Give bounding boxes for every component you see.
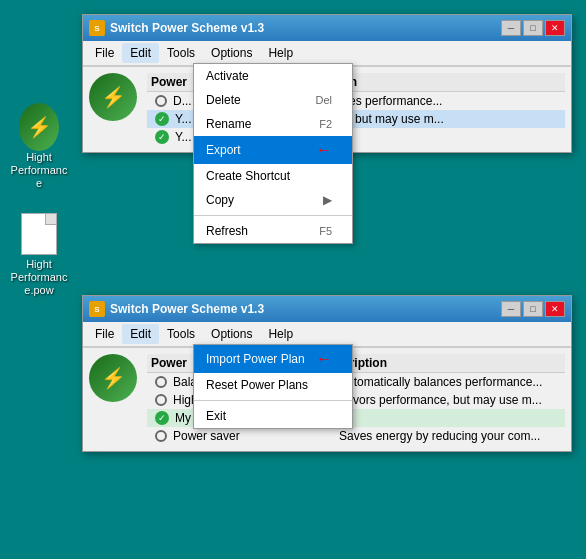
- row-desc-2-4: Saves energy by reducing your com...: [339, 429, 540, 443]
- app-title-icon-1: S: [89, 20, 105, 36]
- menu-divider: [194, 215, 352, 216]
- desktop-file-icon-label: Hight Performance.pow: [8, 258, 70, 298]
- window-title-2: Switch Power Scheme v1.3: [110, 302, 264, 316]
- desktop-icon-pow-file[interactable]: Hight Performance.pow: [4, 210, 74, 302]
- menu-reset-power-plans[interactable]: Reset Power Plans: [194, 373, 352, 397]
- check-1-2: ✓: [155, 112, 169, 126]
- menu-file-1[interactable]: File: [87, 43, 122, 63]
- menu-delete[interactable]: Delete Del: [194, 88, 352, 112]
- window1-app-icon: ⚡: [89, 73, 137, 121]
- radio-1-1: [155, 95, 167, 107]
- window-1: S Switch Power Scheme v1.3 ─ □ ✕ File Ed…: [82, 14, 572, 153]
- close-btn-1[interactable]: ✕: [545, 20, 565, 36]
- menu-refresh[interactable]: Refresh F5: [194, 219, 352, 243]
- desktop-icon-label: Hight Performance: [8, 151, 70, 191]
- radio-2-4: [155, 430, 167, 442]
- edit-dropdown-1: Activate Delete Del Rename F2 Export ← C…: [193, 63, 353, 244]
- window-title-1: Switch Power Scheme v1.3: [110, 21, 264, 35]
- window-2: S Switch Power Scheme v1.3 ─ □ ✕ File Ed…: [82, 295, 572, 452]
- menu-help-1[interactable]: Help: [260, 43, 301, 63]
- row-desc-2-2: Favors performance, but may use m...: [339, 393, 542, 407]
- minimize-btn-2[interactable]: ─: [501, 301, 521, 317]
- radio-2-2: [155, 394, 167, 406]
- menu-tools-2[interactable]: Tools: [159, 324, 203, 344]
- title-left-1: S Switch Power Scheme v1.3: [89, 20, 264, 36]
- titlebar-2: S Switch Power Scheme v1.3 ─ □ ✕: [83, 296, 571, 322]
- menu-create-shortcut[interactable]: Create Shortcut: [194, 164, 352, 188]
- win-controls-2: ─ □ ✕: [501, 301, 565, 317]
- menu-edit-2[interactable]: Edit: [122, 324, 159, 344]
- row-desc-2-1: Automatically balances performance...: [339, 375, 542, 389]
- menu-rename[interactable]: Rename F2: [194, 112, 352, 136]
- win-controls-1: ─ □ ✕: [501, 20, 565, 36]
- list-row-2-4[interactable]: Power saver Saves energy by reducing you…: [147, 427, 565, 445]
- menu-divider-2: [194, 400, 352, 401]
- radio-2-1: [155, 376, 167, 388]
- maximize-btn-1[interactable]: □: [523, 20, 543, 36]
- app-icon-image: ⚡: [19, 107, 59, 147]
- menu-export[interactable]: Export ←: [194, 136, 352, 164]
- check-1-3: ✓: [155, 130, 169, 144]
- title-left-2: S Switch Power Scheme v1.3: [89, 301, 264, 317]
- edit-dropdown-2: Import Power Plan ← Reset Power Plans Ex…: [193, 344, 353, 429]
- check-2-3: ✓: [155, 411, 169, 425]
- menu-edit-1[interactable]: Edit: [122, 43, 159, 63]
- menu-import-power-plan[interactable]: Import Power Plan ←: [194, 345, 352, 373]
- menu-options-1[interactable]: Options: [203, 43, 260, 63]
- app-icon-graphic: ⚡: [19, 103, 59, 151]
- export-arrow: ←: [316, 141, 332, 159]
- menu-copy[interactable]: Copy ▶: [194, 188, 352, 212]
- menu-file-2[interactable]: File: [87, 324, 122, 344]
- row-name-2-4: Power saver: [173, 429, 333, 443]
- menu-help-2[interactable]: Help: [260, 324, 301, 344]
- maximize-btn-2[interactable]: □: [523, 301, 543, 317]
- desktop-icon-hight-performance[interactable]: ⚡ Hight Performance: [4, 103, 74, 195]
- file-icon-image: [19, 214, 59, 254]
- close-btn-2[interactable]: ✕: [545, 301, 565, 317]
- menu-activate[interactable]: Activate: [194, 64, 352, 88]
- menu-tools-1[interactable]: Tools: [159, 43, 203, 63]
- window2-app-icon: ⚡: [89, 354, 137, 402]
- minimize-btn-1[interactable]: ─: [501, 20, 521, 36]
- titlebar-1: S Switch Power Scheme v1.3 ─ □ ✕: [83, 15, 571, 41]
- menu-options-2[interactable]: Options: [203, 324, 260, 344]
- file-icon-graphic: [21, 213, 57, 255]
- app-title-icon-2: S: [89, 301, 105, 317]
- menu-exit[interactable]: Exit: [194, 404, 352, 428]
- import-arrow: ←: [316, 350, 332, 368]
